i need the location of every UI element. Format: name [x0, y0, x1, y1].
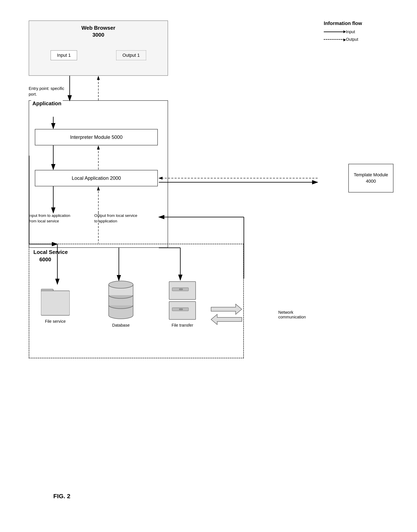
local-service-label: Local Service 6000	[33, 248, 68, 263]
application-label: Application	[31, 100, 63, 107]
file-transfer-label: File transfer	[172, 323, 193, 328]
web-browser-box: Web Browser 3000 Input 1 Output 1	[29, 20, 168, 76]
legend-output-label: Output	[346, 37, 358, 42]
svg-rect-17	[179, 289, 183, 290]
database-icon	[104, 281, 137, 321]
svg-point-14	[109, 281, 133, 288]
input-from-annotation: Input from to application from local ser…	[29, 213, 76, 224]
svg-marker-21	[211, 304, 242, 314]
database: Database	[100, 281, 141, 328]
file-service: File service	[39, 285, 72, 326]
interpreter-label: Interpreter Module 5000	[70, 134, 123, 140]
svg-rect-20	[179, 309, 183, 310]
svg-rect-1	[41, 291, 70, 315]
template-box: Template Module 4000	[348, 164, 393, 192]
dashed-line-icon	[324, 39, 344, 40]
legend-input: Input	[324, 30, 393, 34]
legend-input-label: Input	[346, 30, 355, 34]
network-comm-label: Network communication	[278, 310, 319, 320]
folder-icon	[41, 285, 70, 317]
interpreter-box: Interpreter Module 5000	[35, 129, 158, 145]
legend-title: Information flow	[324, 20, 393, 26]
network-comm-area: Network communication	[209, 303, 266, 329]
network-comm-icon	[209, 303, 266, 328]
file-transfer-icon	[168, 281, 197, 321]
template-label: Template Module 4000	[354, 172, 388, 184]
file-transfer: File transfer	[164, 281, 201, 328]
svg-marker-22	[211, 314, 242, 325]
web-browser-title: Web Browser 3000	[29, 25, 168, 39]
local-app-label: Local Application 2000	[72, 175, 121, 181]
legend-output: Output	[324, 37, 393, 42]
file-service-label: File service	[45, 319, 66, 324]
database-label: Database	[112, 323, 130, 328]
output-from-annotation: Output from local service to application	[94, 213, 141, 224]
solid-line-icon	[324, 31, 344, 32]
legend-box: Information flow Input Output	[324, 20, 393, 45]
input1-box: Input 1	[51, 50, 77, 60]
output1-box: Output 1	[116, 50, 146, 60]
entry-point-annotation: Entry point: specific port.	[29, 86, 70, 97]
fig-caption: FIG. 2	[53, 493, 70, 500]
local-app-box: Local Application 2000	[35, 170, 158, 186]
